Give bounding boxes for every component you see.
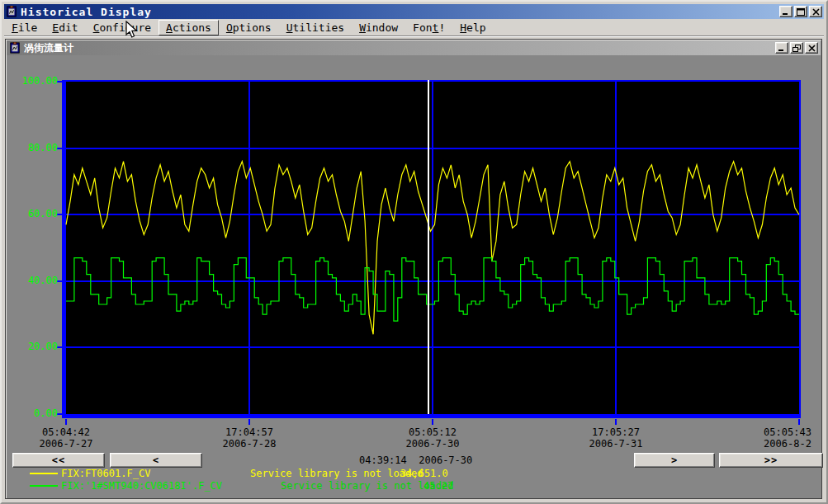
y-axis-label: 20.00: [12, 341, 58, 352]
legend-swatch-pen2: [30, 485, 58, 487]
child-window: 涡街流量计 << < > >> 04:: [5, 39, 822, 499]
menu-item-help[interactable]: Help: [452, 20, 493, 35]
trend-chart: [66, 82, 799, 414]
menu-item-font[interactable]: Font!: [405, 20, 452, 35]
y-axis-label: 0.00: [12, 408, 58, 419]
y-axis-label: 60.00: [12, 209, 58, 219]
legend-tag-pen1: FIX:FT0601.F_CV: [61, 468, 150, 479]
menubar: FileEditConfigureActionsOptionsUtilities…: [4, 20, 824, 36]
chart-page: << < > >> 04:39:14 2006-7-30 FIX:FT0601.…: [7, 55, 821, 497]
y-axis-label: 40.00: [12, 276, 58, 286]
x-axis-label-time: 05:05:43: [750, 427, 825, 438]
child-close-icon[interactable]: [805, 42, 818, 54]
scroll-right-button[interactable]: >: [634, 453, 715, 468]
trend-plot-area[interactable]: [62, 80, 801, 418]
close-icon[interactable]: [809, 6, 822, 17]
legend-value-pen2: 45.27: [423, 480, 453, 492]
window-title: Historical Display: [21, 6, 152, 18]
child-restore-button[interactable]: [790, 42, 803, 54]
app-window: Historical Display FileEditConfigureActi…: [0, 0, 828, 504]
y-axis-label: 80.00: [12, 143, 58, 153]
cursor-readout-date: 2006-7-30: [419, 455, 472, 466]
x-axis-label-date: 2006-7-31: [579, 439, 653, 450]
child-titlebar: 涡街流量计: [7, 40, 821, 55]
scroll-left-button[interactable]: <: [110, 453, 202, 468]
x-axis-label-date: 2006-7-27: [29, 439, 103, 450]
legend-swatch-pen1: [30, 473, 58, 474]
child-minimize-button[interactable]: [775, 42, 788, 54]
x-axis-label-date: 2006-7-28: [212, 439, 286, 450]
x-axis-label-date: 2006-8-2: [750, 439, 825, 450]
x-axis-label-date: 2006-7-30: [395, 439, 470, 450]
menu-item-edit[interactable]: Edit: [45, 20, 85, 35]
titlebar: Historical Display: [4, 4, 824, 19]
legend-tag-pen2: FIX:'1#SMT940:CV0618I'.F_CV: [61, 480, 222, 492]
child-window-title: 涡街流量计: [24, 41, 73, 55]
menu-item-file[interactable]: File: [4, 20, 45, 35]
menu-item-utilities[interactable]: Utilities: [279, 20, 352, 35]
menu-item-configure[interactable]: Configure: [86, 20, 159, 35]
minimize-button[interactable]: [779, 6, 793, 17]
menu-item-options[interactable]: Options: [219, 20, 279, 35]
scroll-far-right-button[interactable]: >>: [719, 453, 823, 468]
cursor-readout: 04:39:14 2006-7-30: [359, 455, 472, 466]
x-axis-label-time: 17:04:57: [212, 427, 286, 438]
x-axis-label-time: 05:04:42: [29, 427, 103, 438]
maximize-button[interactable]: [794, 6, 807, 17]
child-window-icon: [9, 42, 21, 54]
legend-status-pen1: Service library is not loaded: [250, 468, 423, 479]
menu-item-actions[interactable]: Actions: [159, 20, 219, 35]
menu-item-window[interactable]: Window: [352, 20, 405, 35]
scroll-far-left-button[interactable]: <<: [12, 453, 105, 468]
app-icon: [6, 6, 17, 17]
legend-row: FIX:FT0601.F_CV Service library is not l…: [7, 468, 821, 479]
legend-row: FIX:'1#SMT940:CV0618I'.F_CV Service libr…: [7, 480, 821, 492]
x-axis-label-time: 05:05:12: [395, 427, 470, 438]
x-axis-label-time: 17:05:27: [579, 427, 653, 438]
legend-value-pen1: 34,651.0: [400, 468, 448, 479]
y-axis-label: 100.00: [12, 76, 58, 87]
cursor-readout-time: 04:39:14: [359, 455, 407, 466]
